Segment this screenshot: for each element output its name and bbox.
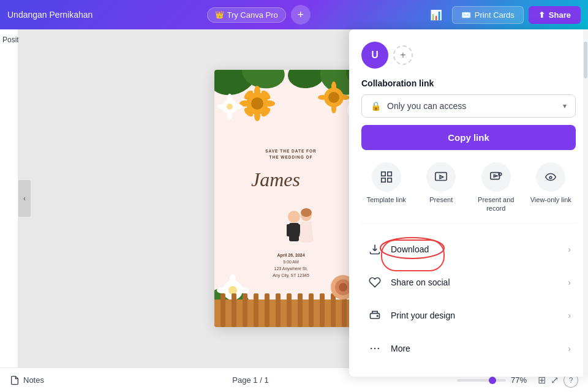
template-icon [372, 162, 401, 192]
svg-text:9.00 AM: 9.00 AM [283, 260, 299, 264]
svg-rect-53 [232, 293, 236, 327]
print-design-icon [366, 307, 383, 324]
scroll-track [583, 29, 588, 377]
lock-icon: 🔒 [371, 101, 381, 111]
print-cards-button[interactable]: ✉️ Print Cards [452, 6, 524, 24]
svg-point-75 [499, 173, 502, 176]
avatar: U [361, 42, 388, 69]
svg-point-33 [288, 211, 300, 223]
print-design-arrow-icon: › [568, 311, 571, 320]
present-label: Present [429, 195, 453, 204]
svg-point-47 [230, 274, 236, 284]
canvas-left-arrow[interactable]: ‹ [18, 180, 31, 217]
share-social-menu-item[interactable]: Share on social › [361, 266, 576, 298]
svg-rect-56 [265, 293, 270, 327]
page-navigation: Page 1 / 1 [232, 375, 268, 385]
svg-point-8 [254, 86, 260, 97]
svg-point-25 [331, 104, 336, 113]
zoom-thumb [489, 377, 496, 384]
print-design-left: Print your design [366, 307, 455, 324]
more-menu-item[interactable]: More › [361, 333, 576, 364]
present-and-record-option[interactable]: Present and record [471, 162, 521, 213]
sidebar-left: Position [0, 29, 18, 368]
svg-point-49 [217, 287, 227, 293]
svg-point-38 [301, 208, 312, 217]
collaboration-link-title: Collaboration link [361, 78, 576, 88]
share-label: Share [549, 10, 571, 20]
zoom-percent: 77% [511, 375, 533, 385]
present-icon [426, 162, 456, 192]
copy-link-label: Copy link [448, 132, 489, 143]
svg-point-24 [331, 81, 336, 91]
svg-text:THE WEDDING OF: THE WEDDING OF [269, 155, 312, 159]
svg-text:April 26, 2024: April 26, 2024 [277, 253, 304, 258]
page-info-text: Page 1 / 1 [232, 375, 268, 385]
svg-rect-52 [221, 293, 225, 327]
svg-point-17 [227, 104, 233, 110]
add-button[interactable]: + [291, 5, 311, 24]
svg-rect-69 [388, 172, 391, 176]
present-option[interactable]: Present [417, 162, 467, 213]
notes-button[interactable]: Notes [10, 375, 44, 385]
print-design-menu-item[interactable]: Print your design › [361, 300, 576, 331]
add-people-button[interactable]: + [393, 45, 413, 65]
wedding-card: SAVE THE DATE FOR THE WEDDING OF James A… [214, 70, 368, 327]
svg-text:James: James [251, 168, 300, 190]
download-icon [366, 241, 383, 258]
download-menu-item[interactable]: Download › [361, 233, 576, 265]
share-icon: ⬆ [538, 10, 545, 20]
svg-marker-73 [440, 175, 443, 179]
svg-point-20 [217, 104, 225, 109]
share-panel-header: U + [361, 42, 576, 69]
svg-rect-71 [388, 178, 391, 182]
svg-rect-60 [309, 293, 314, 327]
print-design-label: Print your design [391, 311, 455, 320]
try-canva-pro-button[interactable]: 👑 Try Canva Pro [207, 7, 285, 23]
view-only-link-option[interactable]: View-only link [526, 162, 576, 213]
svg-point-9 [254, 110, 260, 121]
document-title[interactable]: Undangan Pernikahan [7, 10, 92, 20]
svg-point-82 [378, 347, 380, 349]
svg-point-46 [228, 286, 237, 295]
svg-rect-58 [287, 293, 292, 327]
share-social-left: Share on social [366, 274, 450, 291]
header-left: Undangan Pernikahan [7, 10, 92, 20]
notes-icon [10, 375, 20, 385]
share-options-grid: Template link Present [361, 162, 576, 224]
menu-items: Download › Share on social › [361, 233, 576, 364]
download-label: Download [391, 244, 429, 254]
analytics-icon[interactable]: 📊 [425, 7, 447, 23]
svg-point-7 [251, 97, 263, 110]
header-right: 📊 ✉️ Print Cards ⬆ Share [425, 6, 581, 24]
svg-rect-59 [298, 293, 303, 327]
template-link-option[interactable]: Template link [361, 162, 412, 213]
zoom-slider[interactable] [457, 379, 506, 382]
download-arrow-icon: › [568, 244, 571, 254]
present-record-icon [481, 162, 511, 192]
more-arrow-icon: › [568, 344, 571, 353]
template-link-label: Template link [367, 195, 406, 204]
svg-text:SAVE THE DATE FOR: SAVE THE DATE FOR [265, 149, 317, 153]
svg-point-11 [264, 100, 275, 107]
chevron-down-icon: ▾ [563, 102, 567, 110]
share-social-label: Share on social [391, 277, 450, 287]
svg-point-27 [340, 95, 350, 100]
main-area: Position ‹ [0, 29, 588, 368]
access-dropdown[interactable]: 🔒 Only you can access ▾ [361, 94, 576, 118]
svg-rect-70 [382, 178, 385, 182]
svg-rect-54 [243, 293, 247, 327]
scroll-thumb[interactable] [584, 42, 587, 78]
copy-link-button[interactable]: Copy link [361, 125, 576, 150]
download-left: Download [366, 241, 429, 258]
svg-rect-68 [382, 172, 385, 176]
share-social-icon [366, 274, 383, 291]
header: Undangan Pernikahan 👑 Try Canva Pro + 📊 … [0, 0, 588, 29]
plus-icon: + [297, 9, 304, 21]
svg-point-18 [227, 94, 232, 102]
svg-point-80 [371, 347, 372, 349]
share-button[interactable]: ⬆ Share [529, 6, 581, 24]
svg-rect-61 [320, 293, 325, 327]
view-only-icon [536, 162, 565, 192]
svg-point-21 [234, 104, 243, 109]
svg-point-23 [328, 92, 339, 103]
